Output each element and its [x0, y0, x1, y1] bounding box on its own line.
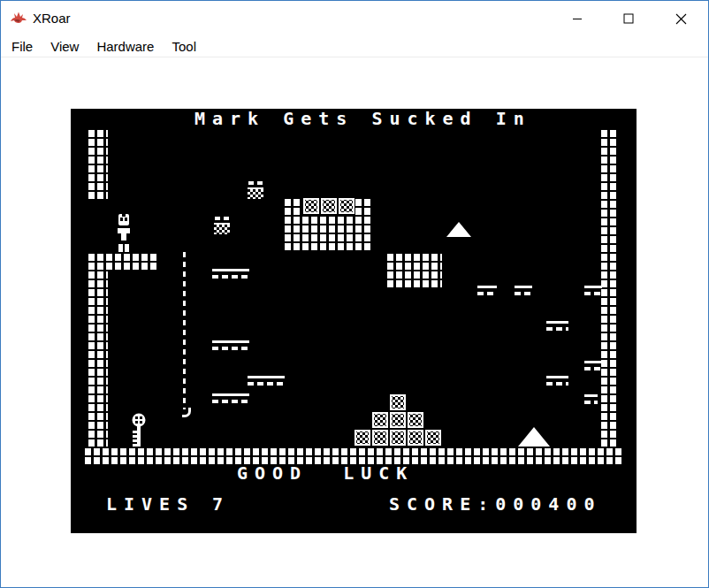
dashed-platform: [212, 393, 249, 403]
rope: [183, 252, 186, 409]
checker-block: [407, 429, 424, 447]
emulator-game-screen[interactable]: Mark Gets Sucked In GOOD LUCK LIVES 7 SC…: [71, 109, 637, 533]
checker-block: [389, 411, 407, 429]
item-dashes: [248, 181, 263, 185]
maximize-button[interactable]: [603, 1, 654, 36]
dashed-platform: [584, 286, 602, 295]
brick-wall: [285, 215, 373, 250]
checker-block: [371, 429, 389, 447]
brick-wall: [85, 447, 622, 464]
dashed-platform: [248, 376, 285, 386]
dashed-platform: [546, 376, 568, 386]
score-text: SCORE:000400: [389, 496, 602, 513]
menu-file[interactable]: File: [3, 37, 42, 56]
brick-wall: [355, 197, 373, 215]
brick-wall: [601, 128, 619, 447]
dashed-platform: [212, 340, 249, 350]
minimize-button[interactable]: [552, 1, 603, 36]
key-sprite: [129, 413, 148, 447]
menu-tool[interactable]: Tool: [163, 37, 205, 56]
lives-value: 7: [212, 496, 230, 513]
score-value: 000400: [495, 493, 601, 515]
window-title: XRoar: [33, 11, 71, 26]
item-block: [248, 181, 265, 199]
checker-block: [354, 429, 371, 447]
dashed-platform: [515, 286, 532, 295]
player-sprite: [115, 214, 133, 252]
xroar-window: XRoar File View Hardware Tool Mark Gets …: [0, 0, 709, 588]
brick-wall: [387, 252, 442, 287]
menu-view[interactable]: View: [42, 37, 88, 56]
menu-bar: File View Hardware Tool: [1, 36, 708, 57]
triangle-mound: [446, 222, 471, 237]
brick-wall: [285, 197, 302, 215]
dashed-platform: [477, 286, 497, 295]
brick-wall: [88, 128, 108, 199]
close-icon: [675, 13, 687, 25]
item-dashes: [215, 217, 229, 220]
score-label: SCORE:: [389, 493, 495, 515]
item-block: [214, 217, 232, 234]
checker-block: [389, 393, 407, 411]
game-title-text: Mark Gets Sucked In: [194, 111, 531, 127]
minimize-icon: [572, 13, 583, 24]
dashed-platform: [212, 269, 249, 279]
dashed-platform: [546, 321, 568, 331]
brick-wall: [88, 270, 108, 447]
game-message-text: GOOD LUCK: [237, 465, 414, 482]
maximize-icon: [623, 13, 634, 24]
checker-block: [338, 197, 355, 215]
checker-block: [320, 197, 338, 215]
xroar-dragon-icon: [10, 11, 27, 25]
lives-label: LIVES: [106, 496, 194, 513]
checker-block: [371, 411, 389, 429]
checker-block: [407, 411, 424, 429]
checker-block: [389, 429, 407, 447]
dashed-platform: [584, 361, 602, 370]
titlebar[interactable]: XRoar: [1, 1, 708, 36]
dashed-platform: [584, 394, 598, 404]
checker-block: [424, 429, 442, 447]
triangle-mound: [518, 427, 550, 447]
checker-block: [302, 197, 320, 215]
menu-hardware[interactable]: Hardware: [88, 37, 163, 56]
item-checker: [248, 187, 263, 199]
brick-wall: [88, 252, 159, 270]
item-checker: [214, 223, 230, 234]
close-button[interactable]: [654, 1, 708, 36]
